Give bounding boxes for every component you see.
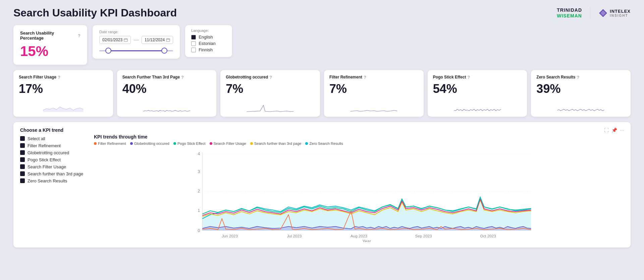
chart-toolbar: ⛶ 📌 ··· [94,127,624,133]
kpi-card-globetrotting: Globetrotting occured ? 7% [220,70,320,117]
chart-more-icon[interactable]: ··· [620,127,624,133]
kpi-help-icon-4[interactable]: ? [364,75,366,80]
kpi-selector: Choose a KPI trend Select all Filter Ref… [20,127,87,242]
svg-text:3: 3 [198,169,200,174]
legend-search-further: Search further than 3rd page [250,142,302,146]
sparkline-1 [19,99,108,112]
chart-legend: Filter Refinement Globetrotting occured … [94,142,624,146]
language-label: Language: [191,29,226,33]
date-range-label: Date range: [99,30,173,34]
checkbox-zero-results[interactable] [20,178,25,183]
date-slider[interactable] [99,47,173,54]
checkbox-globetrotting[interactable] [20,150,25,155]
legend-filter-refinement: Filter Refinement [94,142,126,146]
svg-text:0: 0 [198,228,200,233]
chart-expand-icon[interactable]: ⛶ [604,127,609,133]
lang-estonian-checkbox[interactable] [191,41,196,46]
legend-pogo: Pogo Stick Effect [173,142,206,146]
kpi-item-zero-results[interactable]: Zero Search Results [20,178,87,183]
checkbox-search-filter[interactable] [20,164,25,169]
kpi-selector-title: Choose a KPI trend [20,127,87,133]
svg-text:Oct 2023: Oct 2023 [480,234,496,238]
legend-search-filter: Search Filter Usage [210,142,246,146]
kpi-item-search-filter[interactable]: Search Filter Usage [20,164,87,169]
date-end-input[interactable]: 11/12/2024 [142,36,173,44]
svg-text:Year: Year [362,239,371,242]
checkbox-select-all[interactable] [20,136,25,141]
kpi-help-icon-5[interactable]: ? [467,75,470,80]
sparkline-5 [433,99,522,112]
svg-text:Sep 2023: Sep 2023 [415,234,432,238]
svg-text:2: 2 [198,188,200,193]
bottom-section: Choose a KPI trend Select all Filter Ref… [13,122,631,247]
kpi-help-icon-2[interactable]: ? [181,75,184,80]
intelex-logo: INTELEX INSIGHT [598,8,631,18]
svg-text:Jul 2023: Jul 2023 [287,234,302,238]
page-title: Search Usability KPI Dashboard [13,7,177,19]
main-kpi-label: Search Usability Percentage ? [20,31,80,41]
slider-left-thumb[interactable] [105,48,111,54]
main-kpi-help-icon[interactable]: ? [78,33,80,38]
language-card: Language: English Estonian Finnish [185,25,232,57]
kpi-item-filter-refinement[interactable]: Filter Refinement [20,143,87,148]
kpi-help-icon-6[interactable]: ? [577,75,579,80]
main-chart-container: 0 1 2 3 4 Jun 2023 Jul 2023 Aug 2023 Sep… [94,148,624,242]
kpi-item-globetrotting[interactable]: Globetrotting occured [20,150,87,155]
svg-marker-10 [43,107,83,112]
lang-english-checkbox[interactable] [191,35,196,40]
sparkline-6 [536,99,625,112]
svg-text:4: 4 [198,151,200,156]
checkbox-search-further[interactable] [20,171,25,176]
legend-zero-results: Zero Search Results [305,142,343,146]
chart-title: KPI trends through time [94,134,624,139]
logo-divider [590,7,590,19]
date-inputs: 02/01/2023 — 11/12/2024 [99,36,173,44]
kpi-item-select-all[interactable]: Select all [20,136,87,141]
checkbox-pogo-stick[interactable] [20,157,25,162]
intelex-diamond-icon [598,8,608,18]
lang-estonian[interactable]: Estonian [191,41,226,46]
svg-text:1: 1 [198,208,200,213]
chart-pin-icon[interactable]: 📌 [611,127,617,133]
lang-finnish[interactable]: Finnish [191,47,226,52]
kpi-help-icon-1[interactable]: ? [58,75,60,80]
calendar-icon [124,38,128,42]
kpi-card-search-filter: Search Filter Usage ? 17% [13,70,113,117]
sparkline-3 [226,99,315,112]
filters-row: Search Usability Percentage ? 15% Date r… [13,25,631,65]
kpi-card-filter-refinement: Filter Refinement ? 7% [324,70,424,117]
slider-right-thumb[interactable] [161,48,167,54]
kpi-item-pogo-stick[interactable]: Pogo Stick Effect [20,157,87,162]
calendar-icon-2 [166,38,170,42]
logos-container: TRINIDADWISEMAN INTELEX INSIGHT [557,7,631,19]
trinidad-logo: TRINIDADWISEMAN [557,7,582,19]
svg-text:Aug 2023: Aug 2023 [351,234,367,238]
lang-finnish-checkbox[interactable] [191,48,196,52]
lang-english[interactable]: English [191,35,226,40]
svg-text:Jun 2023: Jun 2023 [222,234,238,238]
kpi-card-zero-results: Zero Search Results ? 39% [531,70,631,117]
chart-area: ⛶ 📌 ··· KPI trends through time Filter R… [94,127,624,242]
kpi-card-search-further: Search Further Than 3rd Page ? 40% [117,70,217,117]
kpi-item-search-further[interactable]: Search further than 3rd page [20,171,87,176]
sparkline-4 [329,99,418,112]
sparkline-2 [122,99,211,112]
svg-rect-6 [166,39,170,42]
main-kpi-value: 15% [20,43,80,59]
svg-rect-2 [124,39,127,42]
legend-globetrotting: Globetrotting occured [130,142,169,146]
date-range-card: Date range: 02/01/2023 — 11/12/2024 [93,25,180,59]
checkbox-filter-refinement[interactable] [20,143,25,148]
main-kpi-card: Search Usability Percentage ? 15% [13,25,87,65]
main-chart-svg: 0 1 2 3 4 Jun 2023 Jul 2023 Aug 2023 Sep… [94,148,624,242]
page-header: Search Usability KPI Dashboard TRINIDADW… [13,7,631,19]
kpi-card-pogo-stick: Pogo Stick Effect ? 54% [428,70,527,117]
kpi-cards-row: Search Filter Usage ? 17% Search Further… [13,70,631,117]
kpi-help-icon-3[interactable]: ? [269,75,272,80]
date-start-input[interactable]: 02/01/2023 [99,36,131,44]
